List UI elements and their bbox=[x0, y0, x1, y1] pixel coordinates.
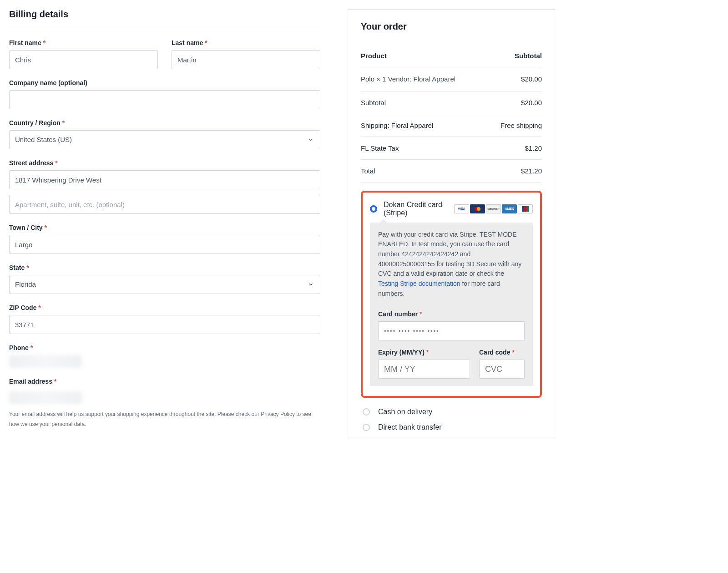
tax-label: FL State Tax bbox=[361, 137, 487, 159]
expiry-label: Expiry (MM/YY) * bbox=[378, 349, 470, 356]
visa-icon: VISA bbox=[454, 204, 469, 213]
col-subtotal: Subtotal bbox=[487, 45, 542, 67]
table-row: Polo × 1 Vendor: Floral Apparel $20.00 bbox=[361, 67, 542, 91]
total-row: Total $21.20 bbox=[361, 159, 542, 182]
item-name: Polo × 1 bbox=[361, 75, 386, 83]
email-redacted bbox=[9, 391, 82, 404]
payment-option-cod[interactable]: Cash on delivery bbox=[363, 404, 540, 420]
email-label: Email address * bbox=[9, 378, 320, 385]
city-input[interactable] bbox=[9, 235, 320, 254]
card-number-input[interactable] bbox=[378, 321, 525, 340]
tax-value: $1.20 bbox=[487, 137, 542, 159]
amex-icon: AMEX bbox=[502, 204, 517, 213]
zip-label: ZIP Code * bbox=[9, 304, 320, 311]
table-header-row: Product Subtotal bbox=[361, 45, 542, 67]
radio-unselected-icon bbox=[363, 408, 370, 416]
card-number-label: Card number * bbox=[378, 310, 525, 318]
discover-icon: DISCOVER bbox=[486, 204, 501, 213]
country-label: Country / Region * bbox=[9, 119, 320, 127]
state-label: State * bbox=[9, 264, 320, 271]
subtotal-row: Subtotal $20.00 bbox=[361, 91, 542, 114]
subtotal-value: $20.00 bbox=[487, 91, 542, 114]
phone-label: Phone * bbox=[9, 344, 320, 351]
first-name-input[interactable] bbox=[9, 50, 158, 69]
total-label: Total bbox=[361, 159, 487, 182]
card-brand-icons: VISA DISCOVER AMEX bbox=[454, 204, 533, 213]
order-panel: Your order Product Subtotal Polo × 1 Ven… bbox=[348, 9, 555, 437]
email-helper: Your email address will help us support … bbox=[9, 410, 320, 429]
total-value: $21.20 bbox=[487, 159, 542, 182]
order-table: Product Subtotal Polo × 1 Vendor: Floral… bbox=[361, 45, 542, 183]
payment-option-stripe[interactable]: Dokan Credit card (Stripe) VISA DISCOVER… bbox=[370, 199, 533, 223]
col-product: Product bbox=[361, 45, 487, 67]
street-label: Street address * bbox=[9, 159, 320, 167]
subtotal-label: Subtotal bbox=[361, 91, 487, 114]
payment-option-bank[interactable]: Direct bank transfer bbox=[363, 420, 540, 435]
shipping-row: Shipping: Floral Apparel Free shipping bbox=[361, 114, 542, 137]
country-select[interactable]: United States (US) bbox=[9, 130, 320, 149]
stripe-label: Dokan Credit card (Stripe) bbox=[384, 201, 448, 217]
phone-redacted bbox=[9, 355, 82, 368]
radio-unselected-icon bbox=[363, 424, 370, 431]
stripe-description: Pay with your credit card via Stripe. TE… bbox=[378, 230, 525, 299]
expiry-input[interactable] bbox=[378, 360, 470, 379]
street1-input[interactable] bbox=[9, 170, 320, 189]
mastercard-icon bbox=[470, 204, 485, 213]
item-vendor: Vendor: Floral Apparel bbox=[388, 75, 455, 84]
zip-input[interactable] bbox=[9, 315, 320, 334]
billing-heading: Billing details bbox=[9, 9, 320, 28]
state-select[interactable]: Florida bbox=[9, 275, 320, 294]
company-label: Company name (optional) bbox=[9, 79, 320, 86]
last-name-label: Last name * bbox=[172, 39, 320, 46]
first-name-label: First name * bbox=[9, 39, 158, 46]
bank-label: Direct bank transfer bbox=[378, 423, 442, 431]
company-input[interactable] bbox=[9, 90, 320, 109]
payment-stripe-highlighted: Dokan Credit card (Stripe) VISA DISCOVER… bbox=[361, 191, 542, 398]
city-label: Town / City * bbox=[9, 224, 320, 231]
shipping-value: Free shipping bbox=[487, 114, 542, 137]
cvc-input[interactable] bbox=[479, 360, 525, 379]
tax-row: FL State Tax $1.20 bbox=[361, 137, 542, 159]
item-price: $20.00 bbox=[487, 67, 542, 91]
radio-selected-icon bbox=[370, 205, 377, 213]
cvc-label: Card code * bbox=[479, 349, 525, 356]
street2-input[interactable] bbox=[9, 195, 320, 214]
jcb-icon bbox=[518, 204, 533, 213]
shipping-label: Shipping: Floral Apparel bbox=[361, 114, 487, 137]
last-name-input[interactable] bbox=[172, 50, 320, 69]
cod-label: Cash on delivery bbox=[378, 408, 432, 416]
order-heading: Your order bbox=[361, 21, 542, 40]
stripe-docs-link[interactable]: Testing Stripe documentation bbox=[378, 280, 460, 287]
